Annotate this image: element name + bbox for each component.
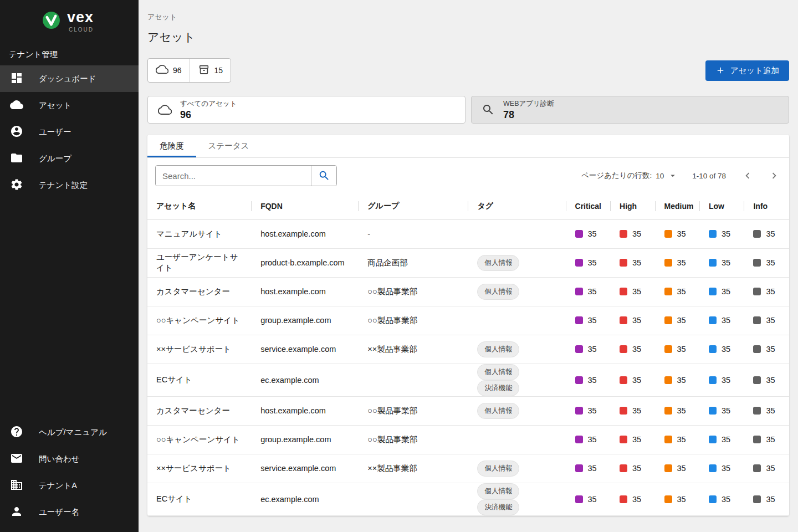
table-row[interactable]: ××サービスサポートservice.example.com××製品事業部個人情報… bbox=[147, 454, 789, 483]
column-header-high[interactable]: High bbox=[611, 193, 655, 219]
table-row[interactable]: ××サービスサポートservice.example.com××製品事業部個人情報… bbox=[147, 335, 789, 364]
critical-severity-swatch bbox=[575, 345, 583, 353]
toggle-cloud-assets[interactable]: 96 bbox=[148, 59, 190, 82]
asset-table-body: マニュアルサイトhost.example.com-3535353535ユーザーア… bbox=[147, 219, 789, 515]
low-count-cell: 35 bbox=[700, 306, 744, 335]
tag-chip: 決済機能 bbox=[477, 499, 519, 515]
info-count: 35 bbox=[766, 258, 775, 267]
critical-count-cell: 35 bbox=[566, 425, 611, 454]
asset-panel: 危険度 ステータス ページあたりの行数: 10 1-10 of 78 bbox=[147, 135, 789, 516]
medium-count-cell: 35 bbox=[656, 277, 700, 306]
plus-icon bbox=[715, 65, 725, 75]
low-count: 35 bbox=[722, 495, 730, 504]
next-page-button[interactable] bbox=[767, 168, 781, 183]
info-severity-swatch bbox=[753, 288, 761, 295]
sidebar-item-label: ユーザー名 bbox=[39, 507, 79, 518]
high-severity-swatch bbox=[620, 407, 627, 415]
table-row[interactable]: マニュアルサイトhost.example.com-3535353535 bbox=[147, 219, 789, 248]
tag-chip: 個人情報 bbox=[477, 483, 519, 499]
asset-name-cell: ユーザーアンケートサイト bbox=[147, 248, 252, 277]
table-row[interactable]: ECサイトec.example.com個人情報決済機能3535353535 bbox=[147, 364, 789, 396]
asset-table-head: アセット名 FQDN グループ タグ Critical High Medium … bbox=[147, 193, 789, 219]
sidebar-bottom-nav: ヘルプ/マニュアル 問い合わせ テナントA ユーザー名 bbox=[0, 419, 139, 525]
header-row: 96 15 アセット追加 bbox=[147, 58, 789, 83]
sidebar-item-tenant[interactable]: テナントA bbox=[0, 472, 139, 499]
low-severity-swatch bbox=[709, 230, 717, 238]
column-header-low[interactable]: Low bbox=[700, 193, 744, 219]
sidebar-item-tenant-settings[interactable]: テナント設定 bbox=[0, 172, 139, 198]
tag-chip: 個人情報 bbox=[477, 403, 519, 419]
brand-subtitle: CLOUD bbox=[69, 27, 94, 33]
table-row[interactable]: カスタマーセンターhost.example.com○○製品事業部個人情報3535… bbox=[147, 396, 789, 425]
info-count-cell: 35 bbox=[744, 248, 789, 277]
stat-card-webapp-scan[interactable]: WEBアプリ診断 78 bbox=[471, 96, 789, 124]
vex-logo-icon bbox=[41, 10, 62, 33]
high-count-cell: 35 bbox=[611, 425, 655, 454]
table-row[interactable]: カスタマーセンターhost.example.com○○製品事業部個人情報3535… bbox=[147, 277, 789, 306]
search-input[interactable] bbox=[156, 166, 311, 186]
info-severity-swatch bbox=[753, 376, 761, 384]
sidebar-item-groups[interactable]: グループ bbox=[0, 145, 139, 172]
high-severity-swatch bbox=[620, 288, 627, 295]
info-severity-swatch bbox=[753, 464, 761, 472]
high-severity-swatch bbox=[620, 436, 627, 443]
prev-page-button[interactable] bbox=[740, 168, 755, 183]
rows-per-page-select[interactable]: ページあたりの行数: 10 bbox=[581, 171, 678, 181]
medium-severity-swatch bbox=[664, 288, 672, 295]
building-icon bbox=[10, 478, 23, 493]
sidebar-item-username[interactable]: ユーザー名 bbox=[0, 499, 139, 525]
search-box bbox=[155, 165, 337, 186]
info-count-cell: 35 bbox=[744, 454, 789, 483]
person-icon bbox=[10, 505, 23, 520]
high-count-cell: 35 bbox=[611, 396, 655, 425]
stat-card-all-assets[interactable]: すべてのアセット 96 bbox=[147, 96, 466, 124]
critical-count-cell: 35 bbox=[566, 364, 611, 396]
info-count: 35 bbox=[766, 316, 775, 325]
sidebar-item-label: アセット bbox=[39, 100, 71, 111]
pagination: ページあたりの行数: 10 1-10 of 78 bbox=[581, 168, 781, 183]
tags-cell: 個人情報 bbox=[468, 335, 566, 364]
medium-severity-swatch bbox=[664, 230, 672, 238]
column-header-info[interactable]: Info bbox=[744, 193, 789, 219]
column-header-group[interactable]: グループ bbox=[359, 193, 468, 219]
low-count: 35 bbox=[722, 316, 730, 325]
sidebar-item-dashboard[interactable]: ダッシュボード bbox=[0, 65, 139, 92]
table-row[interactable]: ユーザーアンケートサイトproduct-b.example.com商品企画部個人… bbox=[147, 248, 789, 277]
low-count: 35 bbox=[722, 287, 730, 296]
table-row[interactable]: ○○キャンペーンサイトgroup.example.com○○製品事業部35353… bbox=[147, 306, 789, 335]
tab-risk[interactable]: 危険度 bbox=[147, 135, 196, 157]
high-count-cell: 35 bbox=[611, 277, 655, 306]
toggle-server-assets[interactable]: 15 bbox=[190, 59, 231, 82]
critical-severity-swatch bbox=[575, 407, 583, 415]
search-button[interactable] bbox=[311, 166, 336, 186]
column-header-fqdn[interactable]: FQDN bbox=[252, 193, 359, 219]
stats-row: すべてのアセット 96 WEBアプリ診断 78 bbox=[147, 96, 789, 124]
column-header-asset-name[interactable]: アセット名 bbox=[147, 193, 252, 219]
sidebar-item-help[interactable]: ヘルプ/マニュアル bbox=[0, 419, 139, 446]
tags-cell: 個人情報 bbox=[468, 248, 566, 277]
mail-icon bbox=[10, 452, 23, 467]
sidebar-nav: ダッシュボード アセット ユーザー グループ テナント設定 bbox=[0, 65, 139, 198]
info-count: 35 bbox=[766, 406, 775, 415]
high-count: 35 bbox=[632, 464, 641, 473]
column-header-critical[interactable]: Critical bbox=[566, 193, 611, 219]
low-severity-swatch bbox=[709, 259, 717, 267]
sidebar-item-label: ヘルプ/マニュアル bbox=[39, 427, 107, 438]
table-row[interactable]: ○○キャンペーンサイトgroup.example.com○○製品事業部35353… bbox=[147, 425, 789, 454]
medium-count: 35 bbox=[677, 287, 686, 296]
low-count: 35 bbox=[722, 435, 730, 444]
sidebar-item-users[interactable]: ユーザー bbox=[0, 119, 139, 145]
sidebar-item-assets[interactable]: アセット bbox=[0, 92, 139, 119]
low-count: 35 bbox=[722, 464, 730, 473]
breadcrumb: アセット bbox=[147, 12, 789, 22]
column-header-medium[interactable]: Medium bbox=[656, 193, 700, 219]
sidebar-item-contact[interactable]: 問い合わせ bbox=[0, 446, 139, 472]
brand-logo[interactable]: vex CLOUD bbox=[0, 0, 139, 40]
group-cell: ××製品事業部 bbox=[359, 454, 468, 483]
tags-cell: 個人情報 bbox=[468, 277, 566, 306]
tab-status[interactable]: ステータス bbox=[196, 135, 262, 157]
high-count: 35 bbox=[632, 229, 641, 238]
column-header-tags[interactable]: タグ bbox=[468, 193, 566, 219]
table-row[interactable]: ECサイトec.example.com個人情報決済機能3535353535 bbox=[147, 483, 789, 515]
add-asset-button[interactable]: アセット追加 bbox=[705, 60, 789, 81]
